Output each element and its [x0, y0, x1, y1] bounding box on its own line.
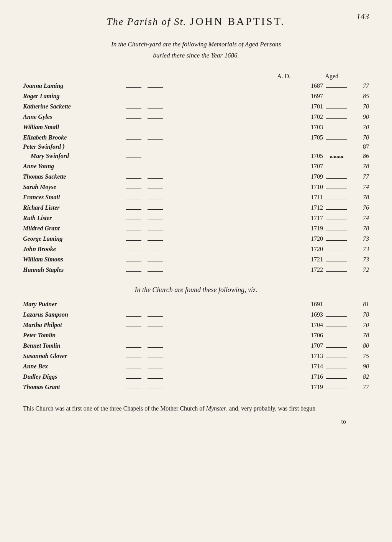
table-row: Bennet Tomlin170780 [23, 341, 369, 350]
table-row: Dudley Diggs171682 [23, 372, 369, 381]
table-row: Susannah Glover171375 [23, 351, 369, 361]
churchyard-records: Joanna Laming168777Roger Laming169785Kat… [23, 81, 369, 274]
page-number: 143 [356, 11, 369, 21]
table-row: Anne Gyles170290 [23, 112, 369, 122]
subtitle: In the Church-yard are the following Mem… [23, 39, 369, 61]
page-to: to [23, 418, 369, 425]
church-section-title: In the Church are found these following,… [23, 286, 369, 294]
table-row: Mary Pudner169181 [23, 300, 369, 309]
table-row: John Brooke172073 [23, 245, 369, 254]
table-row: Lazarus Sampson169378 [23, 310, 369, 319]
table-row: Mary Swinford170586 [23, 151, 369, 161]
columns-header: A. D. Aged [23, 73, 369, 80]
table-row: George Laming172073 [23, 234, 369, 243]
table-row: Thomas Sackette170977 [23, 172, 369, 181]
table-row: Sarah Moyse171074 [23, 182, 369, 192]
table-row: Joanna Laming168777 [23, 81, 369, 90]
table-row: Anne Bex171490 [23, 362, 369, 371]
page-title: The Parish of St. JOHN BAPTIST. [23, 15, 369, 28]
table-row: Anne Young170778 [23, 162, 369, 171]
table-row: William Small170370 [23, 123, 369, 132]
table-row: Elizabeth Brooke170570 [23, 133, 369, 142]
table-row: Roger Laming169785 [23, 92, 369, 101]
table-row: Mildred Grant171978 [23, 224, 369, 233]
table-row: Thomas Grant171977 [23, 383, 369, 392]
table-row: Frances Small171178 [23, 193, 369, 202]
table-row: Ruth Lister171774 [23, 214, 369, 223]
table-row: Richard Lister171276 [23, 203, 369, 212]
table-row: Katherine Sackette170170 [23, 102, 369, 111]
footer: This Church was at first one of the thre… [23, 403, 369, 414]
table-row: Hannah Staples172272 [23, 265, 369, 274]
table-row: Martha Philpot170470 [23, 320, 369, 330]
church-records: Mary Pudner169181Lazarus Sampson169378Ma… [23, 300, 369, 392]
table-row: Peter Tomlin170678 [23, 331, 369, 340]
table-row: William Simons172173 [23, 255, 369, 264]
